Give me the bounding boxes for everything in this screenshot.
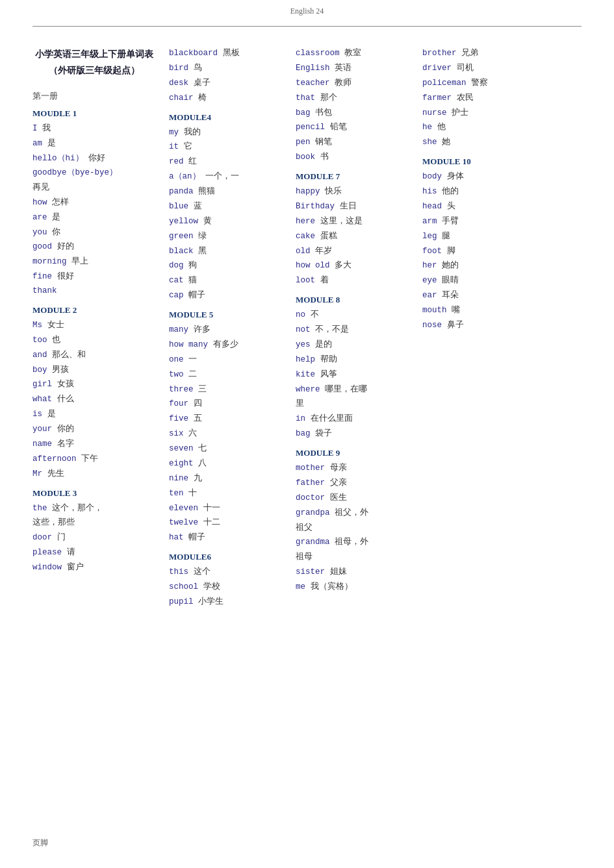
column-1: 小学英语三年级上下册单词表（外研版三年级起点） 第一册 MOUDLE 1 I 我… [32,46,162,610]
module-7-words: happy 快乐 Birthday 生日 here 这里，这是 cake 蛋糕 … [296,184,409,288]
column-4: brother 兄弟 driver 司机 policeman 警察 farmer… [416,46,530,610]
module-3-words: the 这个，那个， 这些，那些 door 门 please 请 window … [32,501,156,575]
module-4-words: my 我的 it 它 red 红 a（an） 一个，一 panda 熊猫 blu… [169,125,283,304]
footer-label: 页脚 [32,837,48,849]
column-3: classroom 教室 English 英语 teacher 教师 that … [289,46,416,610]
module-10-words: body 身体 his 他的 head 头 arm 手臂 leg 腿 foot … [422,169,530,333]
module-3-continued: blackboard 黑板 bird 鸟 desk 桌子 chair 椅 [169,46,283,106]
module-6-words: this 这个 school 学校 pupil 小学生 [169,565,283,610]
module-1-header: MOUDLE 1 [32,108,156,119]
top-border [32,26,582,27]
module-6-header: MODULE6 [169,552,283,562]
module-2-words: Ms 女士 too 也 and 那么、和 boy 男孩 girl 女孩 what… [32,318,156,482]
module-8-header: MODULE 8 [296,295,409,305]
main-content: 小学英语三年级上下册单词表（外研版三年级起点） 第一册 MOUDLE 1 I 我… [32,46,582,610]
module-10-header: MODULE 10 [422,156,530,167]
page-number: English 24 [290,6,324,16]
module-6-continued: classroom 教室 English 英语 teacher 教师 that … [296,46,409,165]
module-2-header: MODULE 2 [32,305,156,316]
module-9-continued: brother 兄弟 driver 司机 policeman 警察 farmer… [422,46,530,150]
volume-label: 第一册 [32,90,156,102]
module-5-header: MODULE 5 [169,310,283,320]
module-9-header: MODULE 9 [296,448,409,458]
module-3-header: MODULE 3 [32,488,156,499]
module-8-words: no 不 not 不，不是 yes 是的 help 帮助 kite 风筝 whe… [296,308,409,441]
module-5-words: many 许多 how many 有多少 one 一 two 二 three 三… [169,323,283,545]
module-9-words: mother 母亲 father 父亲 doctor 医生 grandpa 祖父… [296,461,409,595]
module-4-header: MODULE4 [169,112,283,123]
column-2: blackboard 黑板 bird 鸟 desk 桌子 chair 椅 MOD… [162,46,289,610]
book-title: 小学英语三年级上下册单词表（外研版三年级起点） [32,46,156,79]
module-7-header: MODULE 7 [296,171,409,182]
module-1-words: I 我 am 是 hello（hi） 你好 goodbye（bye-bye） 再… [32,121,156,299]
